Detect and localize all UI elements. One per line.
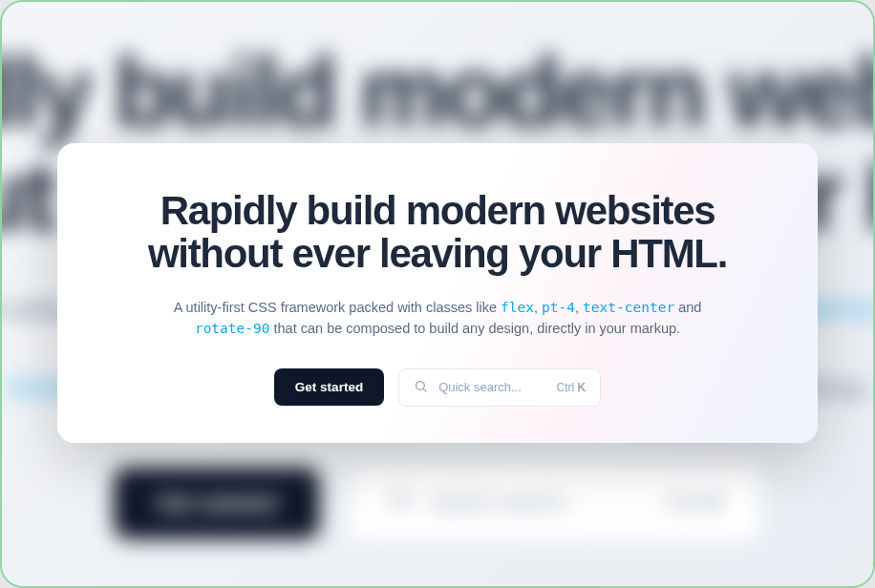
get-started-button[interactable]: Get started [274,368,384,406]
subtext-suffix: that can be composed to build any design… [269,321,680,336]
subtext-prefix: A utility-first CSS framework packed wit… [174,300,501,315]
hero-modal-card: Rapidly build modern websites without ev… [57,143,818,443]
sep2: , [575,300,583,315]
svg-line-1 [405,505,411,511]
quick-search-button[interactable]: Quick search... Ctrl K [398,368,601,407]
kbd-k: K [577,381,586,394]
bg-search-placeholder: Quick search... [433,490,584,516]
bg-kbd-group: Ctrl K [666,490,724,516]
midword: and [674,300,701,315]
bg-heading-line1: Rapidly build modern websites [0,40,875,144]
hero-subtext: A utility-first CSS framework packed wit… [170,297,705,340]
svg-line-3 [423,388,426,391]
bg-search-button: Quick search... Ctrl K [349,465,761,541]
heading-line2: without ever leaving your HTML. [148,231,727,276]
kbd-ctrl: Ctrl [556,381,577,394]
heading-line1: Rapidly build modern websites [160,188,715,233]
bg-button-row: Get started Quick search... Ctrl K [114,465,761,541]
search-icon [414,379,428,396]
kbd-shortcut: Ctrl K [556,381,586,394]
hero-heading: Rapidly build modern websites without ev… [148,189,727,276]
code-class-pt4: pt-4 [542,300,575,315]
code-class-text-center: text-center [583,300,674,315]
code-class-rotate90: rotate-90 [195,321,270,336]
sep1: , [534,300,542,315]
hero-actions-row: Get started Quick search... Ctrl K [274,368,601,407]
code-class-flex: flex [501,300,534,315]
bg-search-icon [387,487,414,520]
search-placeholder-text: Quick search... [438,380,522,394]
bg-get-started-button: Get started [114,467,320,539]
